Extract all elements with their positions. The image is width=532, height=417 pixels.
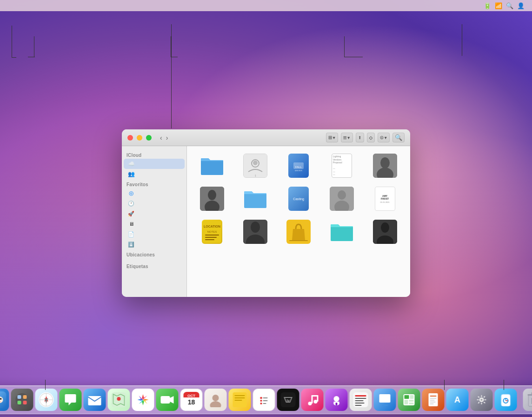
dock-item-music[interactable] (301, 389, 324, 411)
file-locations-notes[interactable]: LOCATIONNOTES (193, 218, 232, 247)
svg-rect-87 (355, 405, 362, 406)
svg-rect-38 (23, 395, 27, 399)
svg-text:OCT: OCT (187, 394, 195, 398)
file-matt-roper[interactable] (322, 185, 361, 214)
view-list-button[interactable]: ≡▾ (341, 133, 353, 142)
share-button[interactable]: ⬆ (356, 133, 364, 142)
window-close-button[interactable] (127, 135, 133, 141)
svg-point-16 (338, 190, 346, 200)
aplicaciones-icon: 🚀 (127, 210, 135, 217)
recientes-icon: 🕐 (127, 200, 135, 207)
dock-item-facetime[interactable] (156, 389, 179, 411)
svg-rect-100 (430, 400, 435, 401)
dock-item-contacts[interactable] (205, 389, 227, 411)
svg-rect-66 (263, 397, 268, 398)
svg-rect-95 (409, 400, 414, 402)
ann-line-apple-h (12, 57, 16, 58)
file-fashion-trends[interactable] (236, 185, 275, 214)
sidebar-item-aplicaciones[interactable]: 🚀 (124, 208, 185, 219)
svg-rect-83 (355, 395, 366, 397)
svg-point-25 (251, 222, 260, 233)
file-cecilia-bw[interactable] (193, 185, 232, 214)
file-abby[interactable] (236, 218, 275, 247)
dock-item-systemprefs[interactable] (471, 389, 493, 411)
svg-rect-63 (235, 400, 242, 401)
svg-rect-86 (355, 403, 365, 404)
finder-window: ‹ › ⊞▾ ≡▾ ⬆ ◇ ⊙▾ 🔍 iCloud ☁️ 👥 Favoritos (122, 129, 410, 297)
sidebar-item-compartido[interactable]: 👥 (124, 169, 185, 179)
dock-item-mail[interactable] (84, 389, 106, 411)
svg-rect-81 (336, 403, 338, 405)
spotlight-icon[interactable]: 🔍 (506, 2, 513, 9)
dock-item-safari[interactable] (35, 389, 58, 411)
ann-line-app (34, 36, 34, 57)
file-proposal-fall[interactable]: FALLWINTER (279, 152, 319, 181)
shared-icon: 👥 (127, 170, 135, 178)
svg-point-12 (208, 190, 216, 200)
ann-line-mb (344, 36, 345, 57)
svg-rect-99 (430, 398, 437, 399)
svg-rect-85 (355, 400, 364, 401)
file-evening-talks[interactable]: AMYFROST 01.01.2021 (365, 185, 405, 214)
user-icon[interactable]: 👤 (517, 2, 525, 9)
dock-item-screentime[interactable] (495, 389, 517, 411)
back-button[interactable]: ‹ (159, 134, 163, 141)
svg-point-36 (16, 393, 29, 406)
dock-item-messages[interactable] (60, 389, 82, 411)
ann-line-finder-icon (45, 380, 46, 390)
svg-point-9 (380, 157, 390, 168)
sidebar-item-descargas[interactable]: ⬇️ (124, 239, 185, 249)
search-button[interactable]: 🔍 (392, 133, 405, 142)
dock-item-news[interactable] (350, 389, 372, 411)
file-agency-budgets[interactable] (193, 152, 232, 181)
view-grid-button[interactable]: ⊞▾ (326, 133, 338, 142)
svg-text:WINTER: WINTER (295, 169, 302, 172)
dock-item-maps[interactable] (108, 389, 130, 411)
dock-item-photos[interactable] (132, 389, 154, 411)
svg-point-76 (314, 400, 318, 404)
sidebar-item-airdrop[interactable]: ◎ (124, 188, 185, 198)
svg-text:FALL: FALL (295, 166, 302, 168)
dock-item-notes[interactable] (229, 389, 251, 411)
dock-item-keynote[interactable] (374, 389, 396, 411)
dock-item-launchpad[interactable] (11, 389, 33, 411)
finder-file-grid: :) FALLWINTER LightingVendorsProposal---… (187, 146, 410, 297)
dock-item-calendar[interactable]: OCT18 (180, 389, 203, 411)
file-talent-deck[interactable] (322, 218, 361, 247)
forward-button[interactable]: › (165, 134, 169, 141)
file-interiors[interactable]: Casting (279, 185, 319, 214)
svg-text:NOTES: NOTES (207, 230, 217, 233)
file-tote-bag[interactable] (279, 218, 319, 247)
dock-item-pages[interactable] (422, 389, 445, 411)
file-vera-san[interactable] (365, 218, 405, 247)
dock-item-trash[interactable] (523, 389, 532, 411)
sidebar-section-ubicaciones: Ubicaciones (122, 249, 186, 258)
svg-text:tv: tv (286, 399, 289, 402)
sidebar-item-recientes[interactable]: 🕐 (124, 198, 185, 208)
file-ageny-logo[interactable]: :) (236, 152, 275, 181)
actions-button[interactable]: ⊙▾ (378, 133, 390, 142)
descargas-icon: ⬇️ (127, 241, 135, 248)
file-icon-proposal: FALLWINTER (286, 154, 311, 178)
folder-icon-talent (330, 220, 354, 244)
svg-point-65 (260, 397, 262, 399)
dock-item-numbers[interactable] (398, 389, 420, 411)
dock-item-appletv[interactable]: tv (277, 389, 299, 411)
dock-item-reminders[interactable] (253, 389, 275, 411)
dock-item-appstore[interactable]: A (446, 389, 469, 411)
dock-item-podcasts[interactable] (326, 389, 348, 411)
dock-item-finder[interactable] (0, 389, 9, 411)
ann-line-help-h (171, 57, 178, 57)
sidebar-item-icloud-drive[interactable]: ☁️ (124, 159, 185, 169)
airdrop-icon: ◎ (127, 189, 135, 197)
tag-button[interactable]: ◇ (367, 133, 375, 142)
svg-rect-21 (205, 235, 219, 235)
svg-rect-23 (205, 239, 214, 240)
svg-rect-93 (410, 395, 414, 399)
file-lighting-vendors[interactable]: LightingVendorsProposal--------- (322, 152, 361, 181)
window-minimize-button[interactable] (137, 135, 142, 141)
sidebar-item-escritorio[interactable]: 🖥 (124, 219, 185, 229)
file-cecilia-dantas[interactable] (365, 152, 405, 181)
sidebar-item-documentos[interactable]: 📄 (124, 229, 185, 239)
window-maximize-button[interactable] (146, 135, 152, 141)
